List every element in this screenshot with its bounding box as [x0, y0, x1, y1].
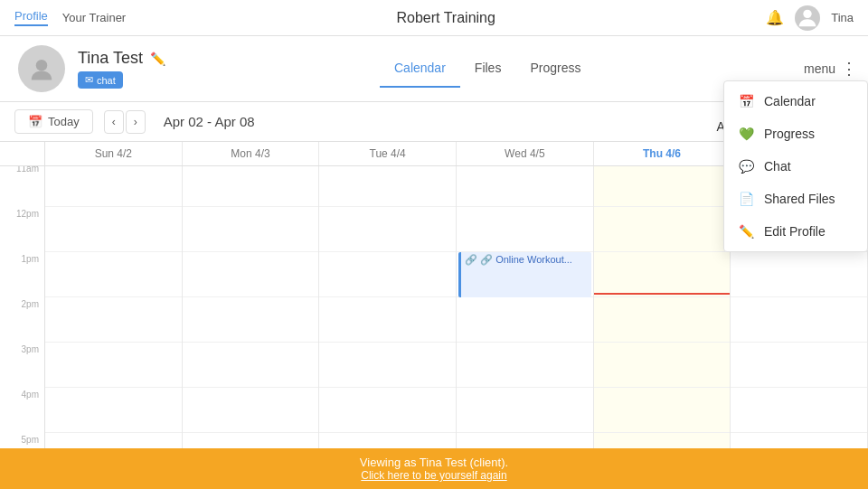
- day-header-tue: Tue 4/4: [319, 142, 457, 165]
- dropdown-shared-files[interactable]: 📄 Shared Files: [724, 183, 867, 215]
- app-root: Profile Your Trainer Robert Training 🔔 T…: [0, 0, 868, 489]
- dropdown-calendar-label: Calendar: [764, 94, 816, 108]
- event-online-workout[interactable]: 🔗 🔗 Online Workout...: [458, 252, 591, 297]
- calendar-icon-small: 📅: [28, 115, 42, 128]
- day-col-mon: [183, 142, 320, 489]
- dropdown-progress-label: Progress: [764, 127, 815, 141]
- user-name-top: Tina: [831, 11, 854, 24]
- profile-avatar: [18, 45, 65, 92]
- current-time-line: [594, 293, 731, 295]
- time-col-header: [0, 142, 45, 165]
- today-label: Today: [48, 115, 80, 128]
- day-col-tue: [319, 142, 457, 489]
- next-arrow-button[interactable]: ›: [126, 110, 146, 134]
- time-11am: 11am: [0, 162, 44, 207]
- calendar-icon: 📅: [739, 94, 755, 108]
- profile-left: Tina Test ✏️ ✉ chat: [0, 36, 344, 101]
- dropdown-edit-profile[interactable]: ✏️ Edit Profile: [724, 215, 867, 248]
- nav-links: Profile Your Trainer: [14, 9, 126, 26]
- day-header-mon: Mon 4/3: [183, 142, 320, 165]
- event-icon: 🔗: [465, 254, 477, 265]
- tab-progress[interactable]: Progress: [515, 50, 595, 88]
- profile-tabs-container: Tina Test ✏️ ✉ chat Calendar Files Progr…: [0, 36, 868, 102]
- page-title: Robert Training: [397, 10, 495, 26]
- shared-files-icon: 📄: [739, 192, 755, 206]
- dropdown-edit-profile-label: Edit Profile: [764, 224, 826, 239]
- day-header-wed: Wed 4/5: [457, 142, 594, 165]
- time-2pm: 2pm: [0, 297, 44, 343]
- time-labels: 12am 1am 2am 3am 4am 5am 6am 7am 8am 9am…: [0, 142, 45, 489]
- time-4pm: 4pm: [0, 388, 44, 433]
- day-label-thu: Thu 4/6: [594, 147, 731, 160]
- day-label-mon: Mon 4/3: [183, 147, 319, 160]
- time-1pm: 1pm: [0, 252, 44, 297]
- tab-calendar[interactable]: Calendar: [380, 50, 460, 88]
- dropdown-chat-label: Chat: [764, 159, 791, 174]
- three-dots-icon: ⋮: [841, 59, 857, 79]
- svg-point-1: [36, 60, 48, 71]
- dropdown-calendar[interactable]: 📅 Calendar: [724, 85, 867, 118]
- dropdown-progress[interactable]: 💚 Progress: [724, 118, 867, 150]
- dropdown-chat[interactable]: 💬 Chat: [724, 150, 867, 183]
- profile-name: Tina Test ✏️: [78, 49, 326, 68]
- dropdown-menu: 📅 Calendar 💚 Progress 💬 Chat 📄: [723, 80, 868, 252]
- profile-info: Tina Test ✏️ ✉ chat: [78, 49, 326, 89]
- avatar: [795, 5, 820, 31]
- bell-icon[interactable]: 🔔: [766, 9, 784, 26]
- prev-arrow-button[interactable]: ‹: [104, 110, 124, 134]
- chat-badge-label: chat: [97, 75, 116, 86]
- day-header-sun: Sun 4/2: [45, 142, 183, 165]
- nav-trainer-link[interactable]: Your Trainer: [62, 11, 126, 24]
- svg-point-0: [804, 9, 812, 17]
- viewing-banner-line2: Click here to be yourself again: [7, 469, 861, 482]
- date-range: Apr 02 - Apr 08: [164, 114, 255, 129]
- chat-badge[interactable]: ✉ chat: [78, 71, 123, 89]
- time-12pm: 12pm: [0, 207, 44, 252]
- top-nav: Profile Your Trainer Robert Training 🔔 T…: [0, 0, 868, 36]
- event-label: 🔗 Online Workout...: [480, 254, 572, 265]
- edit-pencil-icon[interactable]: ✏️: [150, 52, 165, 66]
- tabs-and-menu: Calendar Files Progress menu ⋮ 📅 Calenda…: [380, 36, 868, 101]
- chat-icon: 💬: [739, 159, 755, 174]
- day-label-tue: Tue 4/4: [319, 147, 456, 160]
- menu-label: menu: [804, 61, 835, 76]
- tabs: Calendar Files Progress: [380, 50, 595, 88]
- day-label-wed: Wed 4/5: [457, 147, 593, 160]
- nav-arrows: ‹ ›: [104, 110, 146, 134]
- edit-profile-icon: ✏️: [739, 224, 755, 239]
- day-label-sun: Sun 4/2: [45, 147, 182, 160]
- viewing-banner[interactable]: Viewing as Tina Test (client). Click her…: [0, 448, 868, 489]
- day-col-sun: [45, 142, 183, 489]
- tab-files[interactable]: Files: [460, 50, 516, 88]
- profile-name-text: Tina Test: [78, 49, 143, 68]
- today-button[interactable]: 📅 Today: [14, 109, 93, 134]
- chat-envelope-icon: ✉: [85, 74, 93, 86]
- nav-right: 🔔 Tina: [766, 5, 854, 31]
- main-content: Tina Test ✏️ ✉ chat Calendar Files Progr…: [0, 36, 868, 489]
- time-3pm: 3pm: [0, 343, 44, 388]
- menu-area: menu ⋮ 📅 Calendar 💚 Progress: [793, 52, 868, 86]
- day-col-thu: [594, 142, 731, 489]
- day-col-wed: 🔗 🔗 Online Workout...: [457, 142, 594, 489]
- viewing-banner-line1: Viewing as Tina Test (client).: [7, 456, 861, 469]
- dropdown-shared-files-label: Shared Files: [764, 192, 835, 206]
- day-header-thu: Thu 4/6: [594, 142, 731, 165]
- nav-profile-link[interactable]: Profile: [14, 9, 48, 26]
- progress-icon: 💚: [739, 127, 755, 141]
